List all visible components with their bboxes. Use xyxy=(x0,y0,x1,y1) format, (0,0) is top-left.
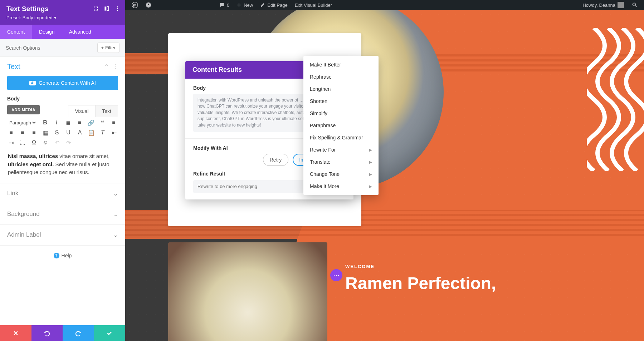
dropdown-item-label: Change Tone xyxy=(310,171,340,177)
justify-icon[interactable]: ≡ xyxy=(31,129,37,136)
dropdown-item-label: Shorten xyxy=(310,98,327,104)
align-left-icon[interactable]: ≡ xyxy=(111,119,117,126)
section-background[interactable]: Background⌄ xyxy=(0,204,125,224)
wp-logo-icon[interactable] xyxy=(130,2,140,8)
omega-icon[interactable]: Ω xyxy=(31,139,37,146)
redo-icon[interactable]: ↷ xyxy=(65,139,72,146)
comments-link[interactable]: 0 xyxy=(217,2,231,8)
editor-content[interactable]: Nisl massa, ultrices vitae ornare sit am… xyxy=(7,148,118,181)
align-right-icon[interactable]: ≡ xyxy=(19,129,26,136)
chevron-right-icon: ▶ xyxy=(369,148,372,152)
add-media-button[interactable]: ADD MEDIA xyxy=(7,105,40,114)
filter-button[interactable]: +Filter xyxy=(97,43,119,53)
more-icon[interactable]: ⋮ xyxy=(112,63,118,70)
dropdown-item-9[interactable]: Change Tone▶ xyxy=(303,168,379,180)
dropdown-item-2[interactable]: Lengthen xyxy=(303,83,379,95)
emoji-icon[interactable]: ☺ xyxy=(42,139,49,146)
dashboard-icon[interactable] xyxy=(143,2,154,8)
close-button[interactable] xyxy=(0,325,31,341)
underline-icon[interactable]: U xyxy=(65,129,72,136)
help-icon: ? xyxy=(54,253,59,258)
filter-label: Filter xyxy=(105,45,116,50)
paragraph-select[interactable]: Paragraph xyxy=(8,120,37,126)
chevron-down-icon: ⌄ xyxy=(113,190,118,197)
comments-count: 0 xyxy=(227,3,229,8)
tab-design[interactable]: Design xyxy=(32,25,62,39)
dropdown-item-1[interactable]: Rephrase xyxy=(303,71,379,83)
svg-point-6 xyxy=(117,10,118,11)
italic-icon[interactable]: I xyxy=(53,119,60,126)
ai-badge-icon: AI xyxy=(29,81,36,85)
tab-advanced[interactable]: Advanced xyxy=(62,25,98,39)
outdent-icon[interactable]: ⇤ xyxy=(111,129,117,136)
editor-toolbar: Paragraph B I ≣ ≡ 🔗 ❝ ≡ ≡ ≡ ≡ ▦ S U A 📋 … xyxy=(7,117,118,148)
section-text-title[interactable]: Text xyxy=(7,63,20,71)
dropdown-item-4[interactable]: Simplify xyxy=(303,107,379,119)
panel-footer xyxy=(0,325,125,341)
svg-point-4 xyxy=(117,6,118,8)
section-admin-label[interactable]: Admin Label⌄ xyxy=(0,224,125,245)
save-button[interactable] xyxy=(94,325,126,341)
editor-text-1: Nisl massa, ultrices xyxy=(8,153,58,159)
paste-icon[interactable]: 📋 xyxy=(88,129,94,136)
numbered-list-icon[interactable]: ≡ xyxy=(76,119,83,126)
dropdown-item-7[interactable]: Rewrite For▶ xyxy=(303,144,379,156)
dropdown-item-label: Paraphrase xyxy=(310,123,336,128)
more-icon[interactable] xyxy=(114,6,120,11)
editor-text-2: vitae ornare sit amet, xyxy=(58,153,109,159)
settings-panel: Text Settings Preset: Body imported▾ Con… xyxy=(0,0,125,341)
bold-icon[interactable]: B xyxy=(42,119,48,126)
dropdown-item-0[interactable]: Make It Better xyxy=(303,59,379,71)
dropdown-item-8[interactable]: Translate▶ xyxy=(303,156,379,168)
dropdown-item-5[interactable]: Paraphrase xyxy=(303,119,379,132)
column-icon[interactable] xyxy=(104,6,109,11)
body-label: Body xyxy=(7,96,118,102)
new-link[interactable]: New xyxy=(234,3,255,8)
search-options-input[interactable] xyxy=(6,45,97,51)
dropdown-item-label: Fix Spelling & Grammar xyxy=(310,135,363,140)
clear-format-icon[interactable]: T xyxy=(99,129,106,136)
indent-icon[interactable]: ⇥ xyxy=(8,139,14,146)
chevron-up-icon[interactable]: ⌃ xyxy=(104,63,109,70)
dropdown-item-label: Simplify xyxy=(310,110,327,116)
bullet-list-icon[interactable]: ≣ xyxy=(65,119,71,126)
refine-input[interactable] xyxy=(193,180,304,193)
preset-label[interactable]: Preset: Body imported▾ xyxy=(6,15,119,20)
quote-icon[interactable]: ❝ xyxy=(99,119,106,126)
chevron-right-icon: ▶ xyxy=(369,160,372,164)
editor-text-3: ultricies eget orci. xyxy=(8,161,54,167)
text-color-icon[interactable]: A xyxy=(77,129,83,136)
help-link[interactable]: ?Help xyxy=(0,245,125,266)
editor-tab-visual[interactable]: Visual xyxy=(68,105,95,117)
settings-tabs: Content Design Advanced xyxy=(0,25,125,39)
retry-button[interactable]: Retry xyxy=(263,154,288,166)
expand-icon[interactable] xyxy=(93,6,99,11)
generate-content-button[interactable]: AIGenerate Content With AI xyxy=(7,76,118,90)
dropdown-item-label: Rephrase xyxy=(310,74,332,80)
chevron-down-icon: ▾ xyxy=(54,15,57,20)
search-icon[interactable] xyxy=(630,2,640,8)
exit-builder-link[interactable]: Exit Visual Builder xyxy=(293,3,335,8)
dropdown-item-6[interactable]: Fix Spelling & Grammar xyxy=(303,132,379,144)
section-link[interactable]: Link⌄ xyxy=(0,183,125,204)
fullscreen-icon[interactable]: ⛶ xyxy=(19,139,26,146)
greeting[interactable]: Howdy, Deanna xyxy=(580,2,626,8)
svg-point-1 xyxy=(633,3,635,6)
improve-dropdown: Make It BetterRephraseLengthenShortenSim… xyxy=(303,56,379,195)
module-options-fab[interactable]: ⋯ xyxy=(330,269,342,281)
strikethrough-icon[interactable]: S xyxy=(54,129,60,136)
table-icon[interactable]: ▦ xyxy=(42,129,49,136)
dropdown-item-label: Rewrite For xyxy=(310,147,336,153)
redo-button[interactable] xyxy=(63,325,94,341)
editor-tab-text[interactable]: Text xyxy=(95,105,118,117)
dropdown-item-10[interactable]: Make It More▶ xyxy=(303,180,379,192)
dropdown-item-3[interactable]: Shorten xyxy=(303,95,379,107)
align-center-icon[interactable]: ≡ xyxy=(8,129,14,136)
undo-icon[interactable]: ↶ xyxy=(54,139,60,146)
avatar xyxy=(618,2,624,8)
tab-content[interactable]: Content xyxy=(0,25,32,39)
undo-button[interactable] xyxy=(31,325,63,341)
link-icon[interactable]: 🔗 xyxy=(88,119,94,126)
edit-page-link[interactable]: Edit Page xyxy=(258,3,289,8)
dropdown-item-label: Make It More xyxy=(310,183,339,189)
